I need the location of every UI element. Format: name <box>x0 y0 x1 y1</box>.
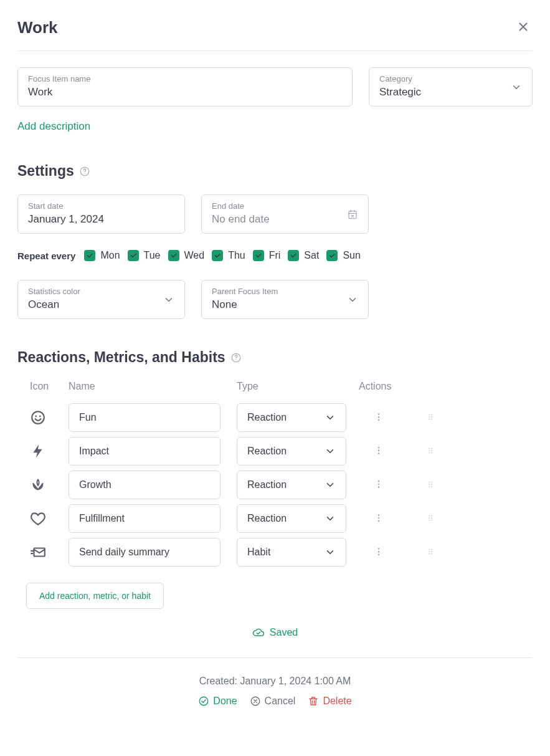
day-check-thu[interactable]: Thu <box>212 250 245 261</box>
chevron-down-icon <box>325 412 336 423</box>
dots-vertical-icon <box>374 446 384 456</box>
chevron-down-icon <box>325 547 336 558</box>
dots-vertical-icon <box>374 547 384 557</box>
bolt-icon[interactable] <box>30 443 69 459</box>
check-icon <box>170 252 178 259</box>
drag-icon <box>426 413 435 421</box>
row-type-value: Reaction <box>247 412 287 423</box>
checkbox[interactable] <box>326 250 338 261</box>
stats-color-select[interactable]: Statistics color Ocean <box>17 280 185 319</box>
checkbox[interactable] <box>253 250 264 261</box>
drag-icon <box>426 480 435 489</box>
col-actions: Actions <box>359 381 434 392</box>
end-date-field[interactable]: End date <box>201 194 369 234</box>
row-type-select[interactable]: Habit <box>237 538 346 567</box>
reactions-heading: Reactions, Metrics, and Habits <box>17 349 225 366</box>
row-drag-handle[interactable] <box>424 511 437 527</box>
cancel-button[interactable]: Cancel <box>250 696 296 707</box>
row-type-select[interactable]: Reaction <box>237 437 346 466</box>
row-drag-handle[interactable] <box>424 444 437 459</box>
close-button[interactable] <box>514 17 533 38</box>
table-header: Icon Name Type Actions <box>17 381 533 401</box>
row-name-input[interactable] <box>69 538 220 567</box>
day-label: Mon <box>100 250 120 261</box>
drag-icon <box>426 514 435 522</box>
row-drag-handle[interactable] <box>424 477 437 493</box>
x-circle-icon <box>250 696 261 707</box>
checkbox[interactable] <box>128 250 139 261</box>
check-icon <box>255 252 262 259</box>
check-icon <box>290 252 297 259</box>
repeat-label: Repeat every <box>17 251 75 261</box>
done-label: Done <box>213 696 237 707</box>
trash-icon <box>308 696 319 707</box>
category-select[interactable]: Category Strategic <box>369 67 533 107</box>
day-check-fri[interactable]: Fri <box>253 250 281 261</box>
table-row: Reaction <box>17 434 533 468</box>
row-menu-button[interactable] <box>371 443 386 460</box>
day-check-wed[interactable]: Wed <box>168 250 205 261</box>
row-menu-button[interactable] <box>371 409 386 426</box>
stats-color-value: Ocean <box>28 299 80 311</box>
add-description-link[interactable]: Add description <box>17 120 90 133</box>
day-check-tue[interactable]: Tue <box>128 250 161 261</box>
checkbox[interactable] <box>168 250 179 261</box>
row-type-select[interactable]: Reaction <box>237 471 346 499</box>
help-icon[interactable] <box>230 352 242 363</box>
checkbox[interactable] <box>212 250 223 261</box>
done-button[interactable]: Done <box>198 696 237 707</box>
day-check-sat[interactable]: Sat <box>288 250 319 261</box>
day-label: Sat <box>304 250 319 261</box>
row-name-input[interactable] <box>69 471 220 499</box>
day-label: Tue <box>144 250 161 261</box>
row-menu-button[interactable] <box>371 477 386 494</box>
check-icon <box>86 252 93 259</box>
parent-focus-value: None <box>212 299 278 311</box>
stats-color-label: Statistics color <box>28 287 80 296</box>
end-date-input[interactable] <box>212 213 358 226</box>
smile-icon[interactable] <box>30 409 69 426</box>
row-type-select[interactable]: Reaction <box>237 504 346 533</box>
start-date-field[interactable]: Start date January 1, 2024 <box>17 194 185 234</box>
chevron-down-icon <box>163 294 174 305</box>
chevron-down-icon <box>325 446 336 457</box>
add-reaction-button[interactable]: Add reaction, metric, or habit <box>26 583 164 609</box>
drag-icon <box>426 547 435 556</box>
focus-item-name-input[interactable] <box>28 86 342 98</box>
row-drag-handle[interactable] <box>424 410 437 426</box>
parent-focus-select[interactable]: Parent Focus Item None <box>201 280 369 319</box>
drag-icon <box>426 446 435 455</box>
mail-send-icon[interactable] <box>30 544 69 560</box>
day-check-mon[interactable]: Mon <box>84 250 120 261</box>
checkbox[interactable] <box>288 250 299 261</box>
help-icon[interactable] <box>79 166 90 177</box>
cloud-saved-icon <box>252 626 265 639</box>
saved-indicator: Saved <box>17 626 533 658</box>
check-circle-icon <box>198 696 209 707</box>
chevron-down-icon <box>511 82 522 93</box>
row-type-value: Habit <box>247 547 270 558</box>
dots-vertical-icon <box>374 412 384 422</box>
table-row: Habit <box>17 535 533 569</box>
col-type: Type <box>237 381 359 392</box>
row-drag-handle[interactable] <box>424 545 437 560</box>
start-date-value: January 1, 2024 <box>28 213 174 226</box>
lotus-icon[interactable] <box>30 477 69 493</box>
row-name-input[interactable] <box>69 403 220 432</box>
row-name-input[interactable] <box>69 504 220 533</box>
day-check-sun[interactable]: Sun <box>326 250 360 261</box>
category-value: Strategic <box>379 86 421 98</box>
row-menu-button[interactable] <box>371 544 386 561</box>
delete-button[interactable]: Delete <box>308 696 351 707</box>
row-name-input[interactable] <box>69 437 220 466</box>
cancel-label: Cancel <box>265 696 296 707</box>
row-menu-button[interactable] <box>371 510 386 527</box>
focus-item-name-field[interactable]: Focus Item name <box>17 67 353 107</box>
calendar-clear-icon[interactable] <box>347 209 358 220</box>
heart-icon[interactable] <box>30 510 69 527</box>
start-date-label: Start date <box>28 201 174 211</box>
close-icon <box>516 20 530 34</box>
checkbox[interactable] <box>84 250 95 261</box>
table-row: Reaction <box>17 468 533 502</box>
row-type-select[interactable]: Reaction <box>237 403 346 432</box>
